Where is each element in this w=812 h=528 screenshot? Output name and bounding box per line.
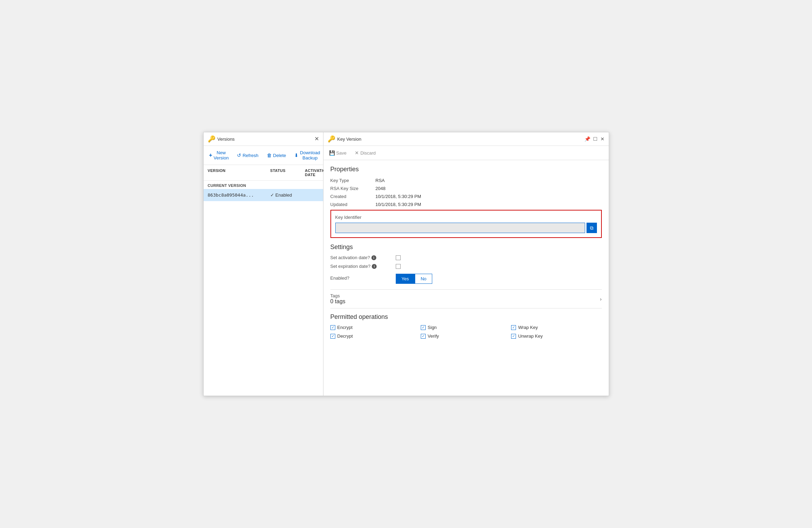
left-panel-close-button[interactable]: ✕ [314, 136, 319, 142]
right-panel-title: Key Version [337, 137, 361, 142]
new-version-button[interactable]: + New Version [208, 149, 230, 161]
tags-label: Tags [330, 293, 346, 298]
right-toolbar: 💾 Save ✕ Discard [323, 146, 609, 160]
table-row[interactable]: 863bc8a095044a... ✓ Enabled [204, 189, 323, 201]
discard-button[interactable]: ✕ Discard [353, 149, 377, 156]
checkmark-icon: ✓ [270, 192, 274, 198]
decrypt-checkbox[interactable]: ✓ [330, 334, 335, 339]
unwrap-key-checkbox[interactable]: ✓ [511, 334, 516, 339]
updated-value: 10/1/2018, 5:30:29 PM [376, 202, 421, 207]
content-area: Properties Key Type RSA RSA Key Size 204… [323, 160, 609, 396]
activation-date-row: Set activation date? i [330, 255, 602, 260]
delete-icon: 🗑 [267, 152, 272, 158]
updated-label: Updated [330, 202, 376, 207]
key-identifier-section: Key Identifier ⧉ [330, 210, 602, 238]
unwrap-key-item: ✓ Unwrap Key [511, 333, 601, 339]
decrypt-label: Decrypt [337, 333, 353, 339]
activation-date-label: Set activation date? i [330, 255, 393, 260]
enabled-toggle: Yes No [396, 274, 433, 284]
download-icon: ⬇ [294, 152, 298, 158]
save-icon: 💾 [329, 150, 335, 156]
copy-icon: ⧉ [590, 225, 593, 231]
permitted-operations-section: Permitted operations ✓ Encrypt ✓ Sign ✓ [330, 313, 602, 339]
rsa-key-size-row: RSA Key Size 2048 [330, 186, 602, 191]
encrypt-item: ✓ Encrypt [330, 325, 421, 330]
wrap-key-label: Wrap Key [518, 325, 538, 330]
pin-button[interactable]: 📌 [584, 136, 590, 142]
settings-title: Settings [330, 244, 602, 251]
maximize-button[interactable]: ☐ [593, 136, 598, 142]
key-type-label: Key Type [330, 178, 376, 183]
decrypt-item: ✓ Decrypt [330, 333, 421, 339]
refresh-icon: ↺ [237, 152, 241, 158]
rsa-key-size-label: RSA Key Size [330, 186, 376, 191]
key-type-value: RSA [376, 178, 385, 183]
refresh-button[interactable]: ↺ Refresh [236, 152, 260, 159]
properties-title: Properties [330, 166, 602, 173]
expiration-date-label: Set expiration date? i [330, 264, 393, 269]
copy-key-identifier-button[interactable]: ⧉ [587, 223, 597, 233]
version-id: 863bc8a095044a... [208, 192, 270, 198]
wrap-key-item: ✓ Wrap Key [511, 325, 601, 330]
status-enabled: ✓ Enabled [270, 192, 315, 198]
left-panel-header: 🔑 Versions ✕ [204, 132, 323, 146]
key-identifier-label: Key Identifier [335, 215, 597, 220]
settings-section: Settings Set activation date? i Set expi… [330, 244, 602, 284]
table-header: VERSION STATUS ACTIVATION DATE EXPIRATIO… [204, 165, 323, 181]
rsa-key-size-value: 2048 [376, 186, 386, 191]
tags-count: 0 tags [330, 298, 346, 305]
download-backup-button[interactable]: ⬇ Download Backup [293, 149, 321, 161]
discard-icon: ✕ [355, 150, 359, 156]
versions-panel: 🔑 Versions ✕ + New Version ↺ Refresh 🗑 D… [204, 132, 323, 396]
created-value: 10/1/2018, 5:30:29 PM [376, 194, 421, 199]
window-controls: 📌 ☐ ✕ [584, 136, 605, 142]
encrypt-label: Encrypt [337, 325, 353, 330]
updated-row: Updated 10/1/2018, 5:30:29 PM [330, 202, 602, 207]
expiration-date-checkbox[interactable] [396, 264, 401, 269]
sign-item: ✓ Sign [421, 325, 511, 330]
right-close-button[interactable]: ✕ [600, 136, 605, 142]
activation-info-icon: i [371, 255, 376, 260]
enabled-row: Enabled? Yes No [330, 272, 602, 284]
tags-chevron-icon: › [600, 296, 602, 302]
enabled-label: Enabled? [330, 275, 393, 281]
left-panel-title-area: 🔑 Versions [208, 135, 235, 143]
delete-button[interactable]: 🗑 Delete [265, 152, 288, 159]
enabled-yes-button[interactable]: Yes [396, 274, 415, 284]
right-header-left: 🔑 Key Version [328, 135, 361, 143]
left-toolbar: + New Version ↺ Refresh 🗑 Delete ⬇ Downl… [204, 146, 323, 165]
verify-label: Verify [428, 333, 439, 339]
plus-icon: + [209, 152, 212, 158]
created-label: Created [330, 194, 376, 199]
key-identifier-input[interactable] [335, 223, 585, 233]
unwrap-key-label: Unwrap Key [518, 333, 543, 339]
enabled-no-button[interactable]: No [415, 274, 433, 284]
permitted-operations-title: Permitted operations [330, 313, 602, 321]
encrypt-checkbox[interactable]: ✓ [330, 325, 335, 330]
wrap-key-checkbox[interactable]: ✓ [511, 325, 516, 330]
left-panel-title: Versions [218, 137, 235, 142]
created-row: Created 10/1/2018, 5:30:29 PM [330, 194, 602, 199]
save-button[interactable]: 💾 Save [328, 149, 348, 156]
expiration-info-icon: i [372, 264, 377, 269]
expiration-date-row: Set expiration date? i [330, 264, 602, 269]
activation-date-checkbox[interactable] [396, 255, 401, 260]
key-identifier-input-row: ⧉ [335, 223, 597, 233]
tags-section[interactable]: Tags 0 tags › [330, 289, 602, 308]
right-key-icon: 🔑 [328, 135, 335, 143]
right-panel-header: 🔑 Key Version 📌 ☐ ✕ [323, 132, 609, 146]
current-version-label: CURRENT VERSION [204, 181, 323, 189]
permitted-operations-grid: ✓ Encrypt ✓ Sign ✓ Wrap Key ✓ [330, 325, 602, 339]
verify-item: ✓ Verify [421, 333, 511, 339]
sign-checkbox[interactable]: ✓ [421, 325, 426, 330]
col-status: STATUS [270, 168, 305, 177]
key-version-panel: 🔑 Key Version 📌 ☐ ✕ 💾 Save ✕ Discard [323, 132, 609, 396]
properties-section: Properties Key Type RSA RSA Key Size 204… [330, 166, 602, 207]
key-type-row: Key Type RSA [330, 178, 602, 183]
key-icon: 🔑 [208, 135, 215, 143]
sign-label: Sign [428, 325, 437, 330]
verify-checkbox[interactable]: ✓ [421, 334, 426, 339]
col-version: VERSION [208, 168, 270, 177]
